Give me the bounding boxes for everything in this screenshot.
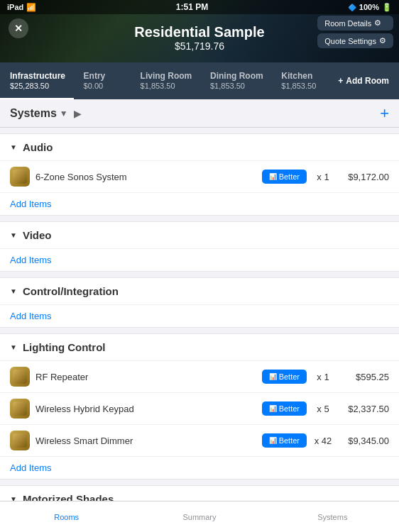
status-bar-right: 🔷 100% 🔋 (348, 3, 392, 12)
item-name-keypad: Wireless Hybrid Keypad (35, 404, 256, 414)
audio-section-title: Audio (23, 141, 53, 153)
header-buttons: Room Details ⚙ Quote Settings ⚙ (317, 16, 393, 48)
systems-label: Systems (10, 107, 57, 120)
bar-chart-icon-rf: 📊 (269, 373, 277, 380)
control-section-title: Control/Integration (23, 285, 119, 297)
close-button[interactable]: ✕ (9, 18, 28, 38)
add-room-label: Add Room (346, 76, 389, 86)
nav-tab-systems[interactable]: Systems (266, 510, 399, 524)
item-icon-dimmer (10, 431, 30, 450)
systems-chevron-icon: ▼ (60, 109, 68, 118)
better-label-keypad: Better (279, 404, 300, 413)
project-price: $51,719.76 (175, 40, 224, 52)
audio-section: ▼ Audio 6-Zone Sonos System 📊 Better x 1… (0, 133, 399, 216)
status-ipad-label: iPad (7, 3, 23, 11)
table-row: RF Repeater 📊 Better x 1 $595.25 (0, 360, 399, 392)
item-qty-keypad: x 5 (312, 404, 334, 414)
sliders-icon: ⚙ (374, 18, 381, 28)
control-chevron-icon: ▼ (10, 287, 17, 295)
item-icon-rf (10, 367, 30, 387)
room-tab-infrastructure[interactable]: Infrastructure $25,283.50 (0, 62, 74, 99)
lighting-section-header[interactable]: ▼ Lighting Control (0, 334, 399, 360)
better-button-sonos[interactable]: 📊 Better (262, 170, 307, 184)
better-label-dimmer: Better (279, 436, 300, 445)
better-button-keypad[interactable]: 📊 Better (262, 401, 307, 416)
better-label-rf: Better (279, 372, 300, 381)
item-icon-inner (13, 170, 27, 184)
video-add-items-button[interactable]: Add Items (0, 248, 399, 271)
status-time: 1:51 PM (176, 2, 208, 12)
item-icon-inner-keypad (13, 401, 27, 416)
bar-chart-icon-keypad: 📊 (269, 405, 277, 412)
battery-label: 100% (359, 3, 379, 11)
lighting-section-title: Lighting Control (23, 341, 106, 353)
room-tab-dining-room[interactable]: Dining Room $1,853.50 (200, 62, 271, 99)
add-room-button[interactable]: + Add Room (328, 62, 399, 99)
systems-arrow-icon: ▶ (74, 108, 82, 119)
bar-chart-icon-dimmer: 📊 (269, 437, 277, 444)
item-name-dimmer: Wireless Smart Dimmer (35, 436, 256, 446)
systems-add-button[interactable]: + (380, 104, 389, 123)
room-tab-living-room[interactable]: Living Room $1,853.50 (131, 62, 200, 99)
lighting-add-items-button[interactable]: Add Items (0, 456, 399, 479)
nav-summary-label: Summary (182, 513, 216, 521)
video-section-title: Video (23, 229, 52, 241)
systems-bar: Systems ▼ ▶ + (0, 99, 399, 128)
quote-settings-label: Quote Settings (324, 37, 376, 45)
control-add-items-button[interactable]: Add Items (0, 304, 399, 327)
lighting-chevron-icon: ▼ (10, 343, 17, 351)
status-bar: iPad 📶 1:51 PM 🔷 100% 🔋 (0, 0, 399, 14)
bar-chart-icon: 📊 (269, 173, 277, 180)
audio-add-items-button[interactable]: Add Items (0, 192, 399, 215)
nav-tab-summary[interactable]: Summary (133, 510, 266, 524)
shades-section-title: Motorized Shades (23, 493, 114, 501)
item-name-sonos: 6-Zone Sonos System (35, 172, 256, 182)
wifi-icon: 📶 (26, 3, 36, 12)
audio-section-header[interactable]: ▼ Audio (0, 134, 399, 160)
better-button-dimmer[interactable]: 📊 Better (262, 433, 307, 448)
bottom-nav: Rooms Summary Systems (0, 501, 399, 532)
room-details-label: Room Details (324, 19, 371, 28)
audio-chevron-icon: ▼ (10, 143, 17, 151)
rooms-tab-bar: Infrastructure $25,283.50 Entry $0.00 Li… (0, 62, 399, 99)
video-section-header[interactable]: ▼ Video (0, 222, 399, 248)
nav-rooms-label: Rooms (54, 513, 79, 521)
item-name-rf: RF Repeater (35, 372, 256, 382)
status-bar-left: iPad 📶 (7, 3, 36, 12)
item-price-sonos: $9,172.00 (339, 172, 389, 182)
room-tab-entry[interactable]: Entry $0.00 (74, 62, 131, 99)
nav-tab-rooms[interactable]: Rooms (0, 510, 133, 524)
table-row: 6-Zone Sonos System 📊 Better x 1 $9,172.… (0, 160, 399, 192)
table-row: Wireless Hybrid Keypad 📊 Better x 5 $2,3… (0, 392, 399, 424)
lighting-section: ▼ Lighting Control RF Repeater 📊 Better … (0, 333, 399, 480)
item-price-dimmer: $9,345.00 (339, 436, 389, 446)
item-qty-sonos: x 1 (312, 172, 334, 182)
item-icon-inner-rf (13, 370, 27, 384)
control-section: ▼ Control/Integration Add Items (0, 277, 399, 328)
project-title: Residential Sample (134, 24, 264, 40)
item-icon-keypad (10, 399, 30, 419)
shades-section-header[interactable]: ▼ Motorized Shades (0, 486, 399, 501)
nav-systems-label: Systems (317, 513, 347, 521)
add-room-plus-icon: + (338, 76, 343, 86)
video-section: ▼ Video Add Items (0, 221, 399, 272)
shades-chevron-icon: ▼ (10, 495, 17, 501)
item-price-keypad: $2,337.50 (339, 404, 389, 414)
room-details-button[interactable]: Room Details ⚙ (317, 16, 393, 31)
table-row: Wireless Smart Dimmer 📊 Better x 42 $9,3… (0, 424, 399, 456)
item-qty-rf: x 1 (312, 372, 334, 382)
item-qty-dimmer: x 42 (312, 436, 334, 446)
better-label-sonos: Better (279, 172, 300, 181)
bluetooth-icon: 🔷 (348, 4, 356, 11)
quote-sliders-icon: ⚙ (379, 36, 386, 45)
main-content: ▼ Audio 6-Zone Sonos System 📊 Better x 1… (0, 128, 399, 501)
better-button-rf[interactable]: 📊 Better (262, 370, 307, 384)
room-tab-kitchen[interactable]: Kitchen $1,853.50 (271, 62, 328, 99)
item-icon-sonos (10, 167, 30, 187)
item-icon-inner-dimmer (13, 433, 27, 448)
battery-icon: 🔋 (382, 3, 392, 12)
item-price-rf: $595.25 (339, 372, 389, 382)
control-section-header[interactable]: ▼ Control/Integration (0, 278, 399, 304)
video-chevron-icon: ▼ (10, 231, 17, 239)
quote-settings-button[interactable]: Quote Settings ⚙ (317, 33, 393, 48)
